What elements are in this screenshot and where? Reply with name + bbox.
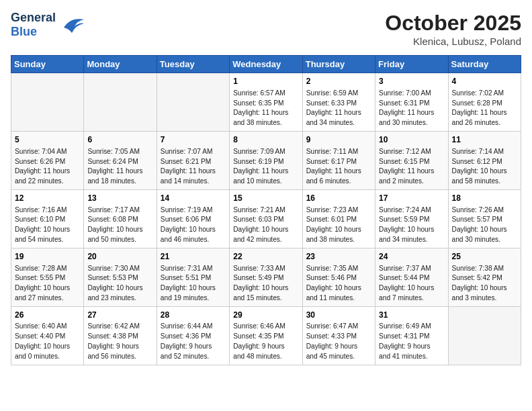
day-number: 17 <box>379 193 444 204</box>
calendar-cell-w2-d3: 7Sunrise: 7:07 AM Sunset: 6:21 PM Daylig… <box>157 131 229 189</box>
calendar-cell-w1-d6: 3Sunrise: 7:00 AM Sunset: 6:31 PM Daylig… <box>375 73 448 132</box>
day-info: Sunrise: 7:02 AM Sunset: 6:28 PM Dayligh… <box>452 89 517 128</box>
day-number: 25 <box>452 251 517 263</box>
calendar-week-1: 1Sunrise: 6:57 AM Sunset: 6:35 PM Daylig… <box>11 73 521 132</box>
day-info: Sunrise: 7:00 AM Sunset: 6:31 PM Dayligh… <box>379 89 444 128</box>
day-info: Sunrise: 6:40 AM Sunset: 4:40 PM Dayligh… <box>15 322 80 361</box>
day-info: Sunrise: 7:26 AM Sunset: 5:57 PM Dayligh… <box>452 205 517 245</box>
day-number: 3 <box>379 76 444 87</box>
calendar-cell-w4-d3: 21Sunrise: 7:31 AM Sunset: 5:51 PM Dayli… <box>157 248 229 306</box>
day-info: Sunrise: 7:16 AM Sunset: 6:10 PM Dayligh… <box>15 205 80 245</box>
day-number: 19 <box>15 251 80 263</box>
day-number: 21 <box>161 251 226 263</box>
day-info: Sunrise: 6:57 AM Sunset: 6:35 PM Dayligh… <box>233 89 298 128</box>
calendar-subtitle: Klenica, Lubusz, Poland <box>385 36 521 47</box>
calendar-cell-w3-d1: 12Sunrise: 7:16 AM Sunset: 6:10 PM Dayli… <box>11 189 84 248</box>
day-info: Sunrise: 7:35 AM Sunset: 5:46 PM Dayligh… <box>306 264 371 304</box>
logo-blue-text: Blue <box>11 25 37 38</box>
day-info: Sunrise: 7:07 AM Sunset: 6:21 PM Dayligh… <box>161 147 226 187</box>
day-info: Sunrise: 7:30 AM Sunset: 5:53 PM Dayligh… <box>87 264 152 304</box>
calendar-cell-w3-d2: 13Sunrise: 7:17 AM Sunset: 6:08 PM Dayli… <box>84 189 157 248</box>
day-info: Sunrise: 6:42 AM Sunset: 4:38 PM Dayligh… <box>87 322 152 361</box>
calendar-cell-w2-d2: 6Sunrise: 7:05 AM Sunset: 6:24 PM Daylig… <box>84 131 157 189</box>
col-friday: Friday <box>375 56 448 73</box>
day-info: Sunrise: 7:17 AM Sunset: 6:08 PM Dayligh… <box>87 205 152 245</box>
calendar-cell-w1-d3 <box>157 73 229 132</box>
day-number: 12 <box>15 193 80 204</box>
day-info: Sunrise: 7:37 AM Sunset: 5:44 PM Dayligh… <box>379 264 444 304</box>
day-number: 7 <box>161 134 226 146</box>
day-number: 2 <box>306 76 371 87</box>
calendar-cell-w2-d4: 8Sunrise: 7:09 AM Sunset: 6:19 PM Daylig… <box>230 131 302 189</box>
calendar-cell-w2-d7: 11Sunrise: 7:14 AM Sunset: 6:12 PM Dayli… <box>448 131 521 189</box>
col-sunday: Sunday <box>11 56 84 73</box>
day-info: Sunrise: 6:46 AM Sunset: 4:35 PM Dayligh… <box>233 322 298 361</box>
day-number: 4 <box>452 76 517 87</box>
day-info: Sunrise: 7:28 AM Sunset: 5:55 PM Dayligh… <box>15 264 80 304</box>
calendar-cell-w5-d3: 28Sunrise: 6:44 AM Sunset: 4:36 PM Dayli… <box>157 306 229 365</box>
calendar-cell-w4-d5: 23Sunrise: 7:35 AM Sunset: 5:46 PM Dayli… <box>302 248 375 306</box>
calendar-title: October 2025 <box>385 11 521 36</box>
calendar-week-4: 19Sunrise: 7:28 AM Sunset: 5:55 PM Dayli… <box>11 248 521 306</box>
calendar-cell-w3-d7: 18Sunrise: 7:26 AM Sunset: 5:57 PM Dayli… <box>448 189 521 248</box>
day-number: 30 <box>306 310 371 321</box>
day-number: 15 <box>233 193 298 204</box>
day-info: Sunrise: 7:12 AM Sunset: 6:15 PM Dayligh… <box>379 147 444 187</box>
day-info: Sunrise: 7:09 AM Sunset: 6:19 PM Dayligh… <box>233 147 298 187</box>
calendar-cell-w5-d5: 30Sunrise: 6:47 AM Sunset: 4:33 PM Dayli… <box>302 306 375 365</box>
day-number: 13 <box>87 193 152 204</box>
col-saturday: Saturday <box>448 56 521 73</box>
day-info: Sunrise: 7:11 AM Sunset: 6:17 PM Dayligh… <box>306 147 371 187</box>
calendar-title-block: October 2025 Klenica, Lubusz, Poland <box>385 11 521 47</box>
calendar-cell-w4-d6: 24Sunrise: 7:37 AM Sunset: 5:44 PM Dayli… <box>375 248 448 306</box>
calendar-cell-w5-d1: 26Sunrise: 6:40 AM Sunset: 4:40 PM Dayli… <box>11 306 84 365</box>
day-info: Sunrise: 7:33 AM Sunset: 5:49 PM Dayligh… <box>233 264 298 304</box>
calendar-cell-w2-d6: 10Sunrise: 7:12 AM Sunset: 6:15 PM Dayli… <box>375 131 448 189</box>
day-info: Sunrise: 6:59 AM Sunset: 6:33 PM Dayligh… <box>306 89 371 128</box>
day-info: Sunrise: 6:44 AM Sunset: 4:36 PM Dayligh… <box>161 322 226 361</box>
day-info: Sunrise: 7:24 AM Sunset: 5:59 PM Dayligh… <box>379 205 444 245</box>
day-number: 10 <box>379 134 444 146</box>
calendar-cell-w2-d1: 5Sunrise: 7:04 AM Sunset: 6:26 PM Daylig… <box>11 131 84 189</box>
day-number: 8 <box>233 134 298 146</box>
calendar-cell-w1-d7: 4Sunrise: 7:02 AM Sunset: 6:28 PM Daylig… <box>448 73 521 132</box>
calendar-cell-w4-d7: 25Sunrise: 7:38 AM Sunset: 5:42 PM Dayli… <box>448 248 521 306</box>
logo-bird-icon <box>58 14 84 36</box>
calendar-cell-w4-d4: 22Sunrise: 7:33 AM Sunset: 5:49 PM Dayli… <box>230 248 302 306</box>
calendar-week-2: 5Sunrise: 7:04 AM Sunset: 6:26 PM Daylig… <box>11 131 521 189</box>
day-number: 6 <box>87 134 152 146</box>
day-number: 9 <box>306 134 371 146</box>
day-number: 27 <box>87 310 152 321</box>
day-number: 20 <box>87 251 152 263</box>
day-info: Sunrise: 7:04 AM Sunset: 6:26 PM Dayligh… <box>15 147 80 187</box>
day-number: 22 <box>233 251 298 263</box>
day-info: Sunrise: 7:23 AM Sunset: 6:01 PM Dayligh… <box>306 205 371 245</box>
day-info: Sunrise: 7:19 AM Sunset: 6:06 PM Dayligh… <box>161 205 226 245</box>
day-number: 26 <box>15 310 80 321</box>
calendar-cell-w1-d5: 2Sunrise: 6:59 AM Sunset: 6:33 PM Daylig… <box>302 73 375 132</box>
calendar-cell-w4-d2: 20Sunrise: 7:30 AM Sunset: 5:53 PM Dayli… <box>84 248 157 306</box>
day-number: 16 <box>306 193 371 204</box>
page-header: General Blue October 2025 Klenica, Lubus… <box>11 11 521 47</box>
day-number: 14 <box>161 193 226 204</box>
day-number: 23 <box>306 251 371 263</box>
day-number: 24 <box>379 251 444 263</box>
calendar-cell-w5-d2: 27Sunrise: 6:42 AM Sunset: 4:38 PM Dayli… <box>84 306 157 365</box>
calendar-cell-w2-d5: 9Sunrise: 7:11 AM Sunset: 6:17 PM Daylig… <box>302 131 375 189</box>
day-number: 31 <box>379 310 444 321</box>
day-info: Sunrise: 6:47 AM Sunset: 4:33 PM Dayligh… <box>306 322 371 361</box>
logo: General Blue <box>11 11 84 39</box>
calendar-cell-w3-d4: 15Sunrise: 7:21 AM Sunset: 6:03 PM Dayli… <box>230 189 302 248</box>
day-number: 11 <box>452 134 517 146</box>
calendar-cell-w5-d7 <box>448 306 521 365</box>
day-number: 5 <box>15 134 80 146</box>
col-thursday: Thursday <box>302 56 375 73</box>
calendar-week-3: 12Sunrise: 7:16 AM Sunset: 6:10 PM Dayli… <box>11 189 521 248</box>
calendar-cell-w1-d2 <box>84 73 157 132</box>
day-info: Sunrise: 7:21 AM Sunset: 6:03 PM Dayligh… <box>233 205 298 245</box>
calendar-cell-w5-d4: 29Sunrise: 6:46 AM Sunset: 4:35 PM Dayli… <box>230 306 302 365</box>
col-monday: Monday <box>84 56 157 73</box>
calendar-cell-w3-d5: 16Sunrise: 7:23 AM Sunset: 6:01 PM Dayli… <box>302 189 375 248</box>
calendar-table: Sunday Monday Tuesday Wednesday Thursday… <box>11 55 521 365</box>
calendar-cell-w5-d6: 31Sunrise: 6:49 AM Sunset: 4:31 PM Dayli… <box>375 306 448 365</box>
